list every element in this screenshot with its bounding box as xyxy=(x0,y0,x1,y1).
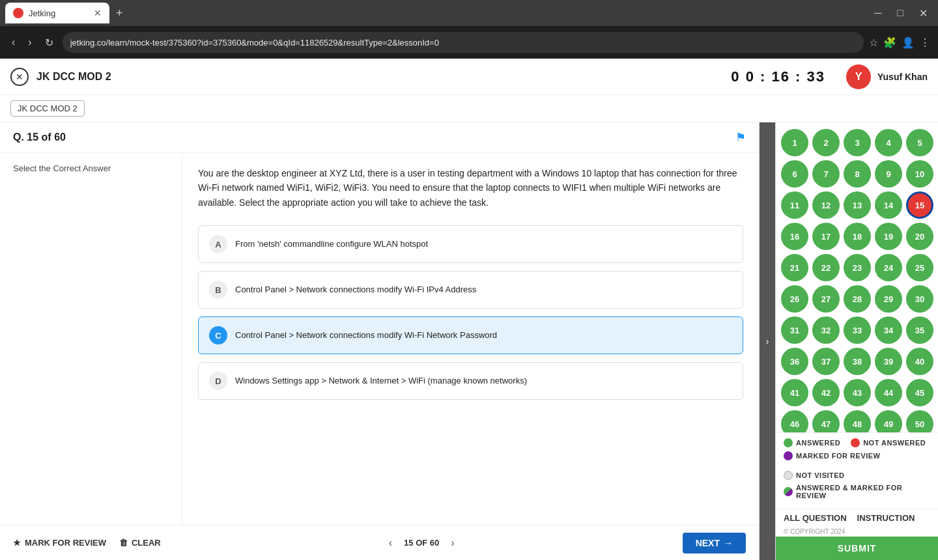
question-number-btn-30[interactable]: 30 xyxy=(906,285,933,313)
question-number-btn-16[interactable]: 16 xyxy=(781,223,808,250)
tab-favicon xyxy=(13,8,23,18)
submit-button[interactable]: SUBMIT xyxy=(776,537,938,560)
question-number-btn-9[interactable]: 9 xyxy=(875,160,902,188)
question-number-btn-12[interactable]: 12 xyxy=(812,191,840,219)
question-number-btn-7[interactable]: 7 xyxy=(812,160,840,188)
question-number-btn-47[interactable]: 47 xyxy=(812,410,840,432)
question-number-btn-44[interactable]: 44 xyxy=(875,379,902,406)
question-number-btn-38[interactable]: 38 xyxy=(844,348,871,375)
trash-icon: 🗑 xyxy=(119,538,128,548)
question-number-btn-8[interactable]: 8 xyxy=(844,160,871,188)
option-a[interactable]: A From 'netsh' commandline configure WLA… xyxy=(198,225,743,263)
option-c[interactable]: C Control Panel > Network connections mo… xyxy=(198,316,743,354)
option-letter-c: C xyxy=(209,326,227,344)
question-number-btn-46[interactable]: 46 xyxy=(781,410,808,432)
question-number-btn-50[interactable]: 50 xyxy=(906,410,933,432)
mark-for-review-button[interactable]: ★ MARK FOR REVIEW xyxy=(13,538,106,548)
question-header: Q. 15 of 60 ⚑ xyxy=(0,122,759,153)
clear-button[interactable]: 🗑 CLEAR xyxy=(119,538,161,548)
question-number-btn-10[interactable]: 10 xyxy=(906,160,933,188)
new-tab-button[interactable]: + xyxy=(112,7,127,20)
question-number-btn-21[interactable]: 21 xyxy=(781,254,808,281)
question-number-btn-13[interactable]: 13 xyxy=(844,191,871,219)
star-icon: ★ xyxy=(13,538,21,548)
option-text-d: Windows Settings app > Network & Interne… xyxy=(235,372,527,387)
question-number-btn-31[interactable]: 31 xyxy=(781,316,808,344)
question-number-btn-45[interactable]: 45 xyxy=(906,379,933,406)
question-number-btn-19[interactable]: 19 xyxy=(875,223,902,250)
question-number-btn-35[interactable]: 35 xyxy=(906,316,933,344)
address-bar-input[interactable] xyxy=(63,32,864,53)
clear-label: CLEAR xyxy=(132,538,161,548)
module-badge[interactable]: JK DCC MOD 2 xyxy=(10,100,85,117)
question-number-btn-33[interactable]: 33 xyxy=(844,316,871,344)
next-button[interactable]: NEXT → xyxy=(683,533,746,553)
profile-icon[interactable]: 👤 xyxy=(902,36,915,49)
back-button[interactable]: ‹ xyxy=(8,34,19,51)
legend-answered-marked-label: ANSWERED & MARKED FOR REVIEW xyxy=(796,484,930,499)
question-number-btn-2[interactable]: 2 xyxy=(812,129,840,156)
legend-answered-label: ANSWERED xyxy=(796,439,840,447)
question-number-btn-28[interactable]: 28 xyxy=(844,285,871,313)
menu-icon[interactable]: ⋮ xyxy=(920,36,930,49)
minimize-button[interactable]: ─ xyxy=(869,7,887,19)
active-tab[interactable]: Jetking ✕ xyxy=(5,3,109,23)
close-window-button[interactable]: ✕ xyxy=(914,7,933,20)
instruction-link[interactable]: INSTRUCTION xyxy=(857,513,915,523)
question-number-btn-23[interactable]: 23 xyxy=(844,254,871,281)
forward-button[interactable]: › xyxy=(24,34,35,51)
question-number-btn-41[interactable]: 41 xyxy=(781,379,808,406)
prev-page-button[interactable]: ‹ xyxy=(384,535,397,552)
question-number-btn-36[interactable]: 36 xyxy=(781,348,808,375)
question-number-btn-39[interactable]: 39 xyxy=(875,348,902,375)
next-page-arrow-button[interactable]: › xyxy=(446,535,459,552)
option-d[interactable]: D Windows Settings app > Network & Inter… xyxy=(198,362,743,400)
question-number: Q. 15 of 60 xyxy=(13,132,66,143)
flag-icon[interactable]: ⚑ xyxy=(735,130,746,145)
maximize-button[interactable]: □ xyxy=(892,7,909,19)
question-number-btn-4[interactable]: 4 xyxy=(875,129,902,156)
option-b[interactable]: B Control Panel > Network connections mo… xyxy=(198,271,743,309)
bookmark-icon[interactable]: ☆ xyxy=(869,36,878,49)
question-number-btn-11[interactable]: 11 xyxy=(781,191,808,219)
question-number-btn-27[interactable]: 27 xyxy=(812,285,840,313)
question-number-btn-1[interactable]: 1 xyxy=(781,129,808,156)
next-arrow-icon: → xyxy=(724,538,733,548)
user-name: Yusuf Khan xyxy=(877,72,928,82)
question-number-btn-3[interactable]: 3 xyxy=(844,129,871,156)
question-number-btn-20[interactable]: 20 xyxy=(906,223,933,250)
question-number-btn-49[interactable]: 49 xyxy=(875,410,902,432)
question-number-btn-14[interactable]: 14 xyxy=(875,191,902,219)
question-number-btn-6[interactable]: 6 xyxy=(781,160,808,188)
question-number-btn-40[interactable]: 40 xyxy=(906,348,933,375)
question-number-btn-15[interactable]: 15 xyxy=(906,191,933,219)
question-grid: 1234567891011121314151617181920212223242… xyxy=(776,122,938,432)
sidebar-toggle[interactable]: › xyxy=(760,122,775,560)
question-number-btn-42[interactable]: 42 xyxy=(812,379,840,406)
tab-close-button[interactable]: ✕ xyxy=(94,8,102,18)
option-letter-d: D xyxy=(209,372,227,390)
question-number-btn-18[interactable]: 18 xyxy=(844,223,871,250)
question-number-btn-43[interactable]: 43 xyxy=(844,379,871,406)
legend-marked-review: MARKED FOR REVIEW xyxy=(784,451,881,460)
question-number-btn-17[interactable]: 17 xyxy=(812,223,840,250)
question-number-btn-32[interactable]: 32 xyxy=(812,316,840,344)
question-number-btn-48[interactable]: 48 xyxy=(844,410,871,432)
question-number-btn-22[interactable]: 22 xyxy=(812,254,840,281)
reload-button[interactable]: ↻ xyxy=(41,34,57,51)
question-number-btn-26[interactable]: 26 xyxy=(781,285,808,313)
question-number-btn-24[interactable]: 24 xyxy=(875,254,902,281)
close-test-button[interactable]: ✕ xyxy=(10,68,29,86)
question-number-btn-34[interactable]: 34 xyxy=(875,316,902,344)
question-number-btn-5[interactable]: 5 xyxy=(906,129,933,156)
legend-dot-not-answered xyxy=(851,438,860,447)
legend-not-answered: NOT ANSWERED xyxy=(851,438,926,447)
page-info: 15 OF 60 xyxy=(404,538,439,548)
question-number-btn-29[interactable]: 29 xyxy=(875,285,902,313)
question-number-btn-25[interactable]: 25 xyxy=(906,254,933,281)
question-number-btn-37[interactable]: 37 xyxy=(812,348,840,375)
all-question-link[interactable]: ALL QUESTION xyxy=(784,513,847,523)
extensions-icon[interactable]: 🧩 xyxy=(883,36,896,49)
legend-not-visited-label: NOT VISITED xyxy=(796,471,845,479)
legend-answered: ANSWERED xyxy=(784,438,840,447)
